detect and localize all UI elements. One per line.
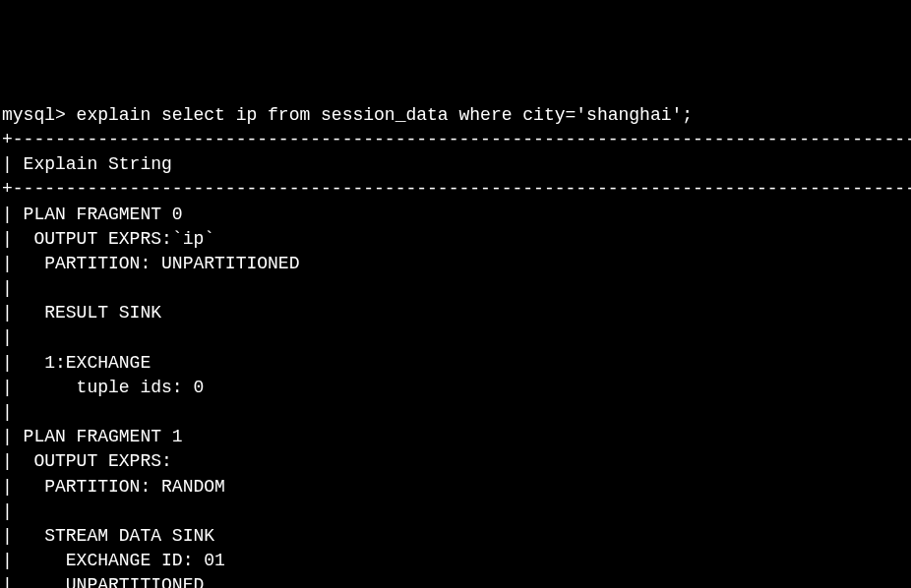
table-border-top: +---------------------------------------… xyxy=(0,130,911,149)
terminal-output[interactable]: mysql> explain select ip from session_da… xyxy=(0,103,911,588)
plan-line: | OUTPUT EXPRS: xyxy=(0,451,172,471)
plan-line: | xyxy=(0,278,13,298)
plan-line: | PLAN FRAGMENT 1 xyxy=(0,427,183,446)
mysql-prompt: mysql> xyxy=(2,105,66,125)
plan-line: | 1:EXCHANGE xyxy=(0,353,151,373)
plan-line: | STREAM DATA SINK xyxy=(0,526,214,546)
plan-line: | xyxy=(0,327,13,347)
plan-line: | tuple ids: 0 xyxy=(0,378,204,397)
plan-line: | PARTITION: UNPARTITIONED xyxy=(0,254,299,273)
table-header: | Explain String xyxy=(0,154,172,174)
plan-line: | xyxy=(0,402,13,422)
plan-line: | RESULT SINK xyxy=(0,303,161,323)
plan-line: | UNPARTITIONED xyxy=(0,575,204,588)
table-border-mid: +---------------------------------------… xyxy=(0,179,911,199)
sql-command: explain select ip from session_data wher… xyxy=(66,105,693,125)
plan-line: | PARTITION: RANDOM xyxy=(0,477,225,497)
plan-line: | PLAN FRAGMENT 0 xyxy=(0,205,183,224)
plan-line: | xyxy=(0,501,13,521)
plan-line: | OUTPUT EXPRS:`ip` xyxy=(0,229,214,249)
plan-line: | EXCHANGE ID: 01 xyxy=(0,551,225,570)
